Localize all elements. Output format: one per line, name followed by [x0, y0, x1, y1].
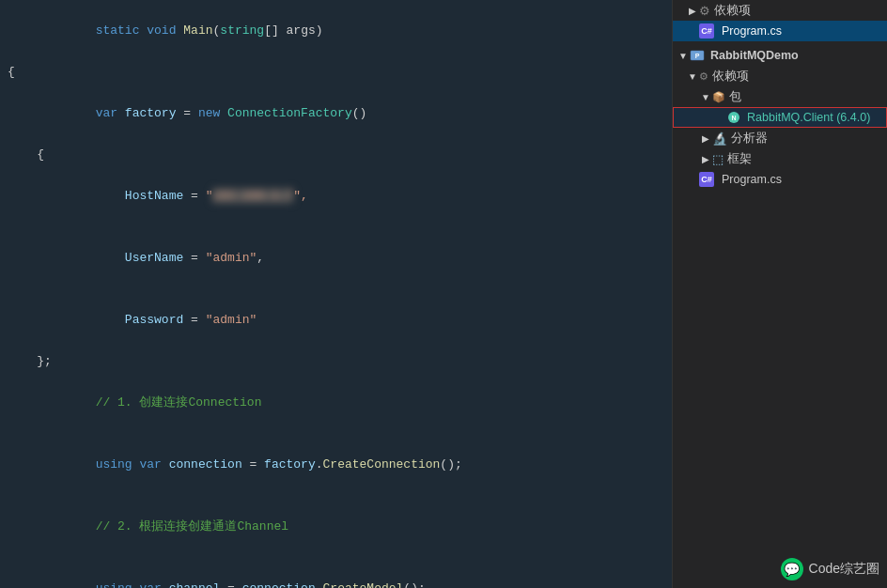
sidebar-item-programcs-top[interactable]: C# Program.cs	[673, 21, 887, 41]
code-line-password: Password = "admin"	[0, 289, 672, 351]
sidebar-item-packages[interactable]: 📦 包	[673, 86, 887, 107]
code-line-username: UserName = "admin",	[0, 227, 672, 289]
expand-icon	[677, 51, 690, 61]
wechat-icon: 💬	[781, 558, 803, 580]
code-line: static void Main(string[] args)	[0, 0, 672, 62]
watermark: 💬 Code综艺圈	[781, 558, 879, 580]
cs-icon: C#	[699, 23, 714, 39]
code-line: {	[0, 145, 672, 165]
frame-icon: ⬚	[712, 152, 724, 166]
analyzer-icon: 🔬	[712, 132, 727, 146]
dependency-icon: ⚙	[699, 4, 710, 18]
sidebar-label: 包	[729, 89, 741, 105]
expand-icon	[699, 92, 712, 102]
sidebar-item-rabbitmq[interactable]: N RabbitMQ.Client (6.4.0)	[673, 107, 887, 128]
project-icon: P	[690, 48, 705, 63]
code-line-hostname: HostName = "192.168.1.7",	[0, 165, 672, 227]
sidebar-label: RabbitMQ.Client (6.4.0)	[747, 111, 870, 124]
code-line-comment2: // 2. 根据连接创建通道Channel	[0, 496, 672, 558]
code-panel: static void Main(string[] args) { var fa…	[0, 0, 673, 588]
svg-text:N: N	[731, 115, 736, 121]
arrow-icon	[699, 133, 712, 144]
sidebar-item-analyzer[interactable]: 🔬 分析器	[673, 128, 887, 148]
sidebar-item-dependency-top[interactable]: ⚙ 依赖项	[673, 0, 887, 21]
expand-icon	[686, 71, 699, 82]
sidebar-label: 分析器	[731, 131, 768, 147]
code-line-factory: var factory = new ConnectionFactory()	[0, 83, 672, 145]
cs-icon: C#	[699, 172, 714, 187]
code-line: {	[0, 62, 672, 83]
sidebar-item-programcs[interactable]: C# Program.cs	[673, 169, 887, 190]
code-line-channel: using var channel = connection.CreateMod…	[0, 558, 672, 588]
arrow-icon	[686, 6, 699, 16]
folder-icon: 📦	[712, 91, 725, 103]
code-line-connection: using var connection = factory.CreateCon…	[0, 434, 672, 496]
watermark-text: Code综艺圈	[809, 561, 879, 578]
dependency-icon: ⚙	[699, 70, 708, 83]
code-content: static void Main(string[] args) { var fa…	[0, 0, 672, 588]
sidebar-label: 依赖项	[714, 3, 751, 19]
nuget-icon: N	[726, 110, 741, 125]
sidebar-item-project[interactable]: P RabbitMQDemo	[673, 45, 887, 66]
sidebar-label: RabbitMQDemo	[710, 49, 799, 62]
sidebar: ⚙ 依赖项 C# Program.cs P RabbitMQDemo ⚙ 依赖项…	[673, 0, 887, 588]
sidebar-item-framework[interactable]: ⬚ 框架	[673, 148, 887, 169]
sidebar-label: 框架	[727, 151, 752, 167]
code-line: };	[0, 351, 672, 372]
svg-text:P: P	[695, 53, 700, 59]
arrow-icon	[699, 154, 712, 164]
sidebar-label: Program.cs	[722, 24, 782, 38]
sidebar-label: 依赖项	[712, 69, 749, 85]
sidebar-item-dependencies[interactable]: ⚙ 依赖项	[673, 66, 887, 86]
sidebar-label: Program.cs	[722, 173, 782, 186]
code-line-comment1: // 1. 创建连接Connection	[0, 372, 672, 434]
